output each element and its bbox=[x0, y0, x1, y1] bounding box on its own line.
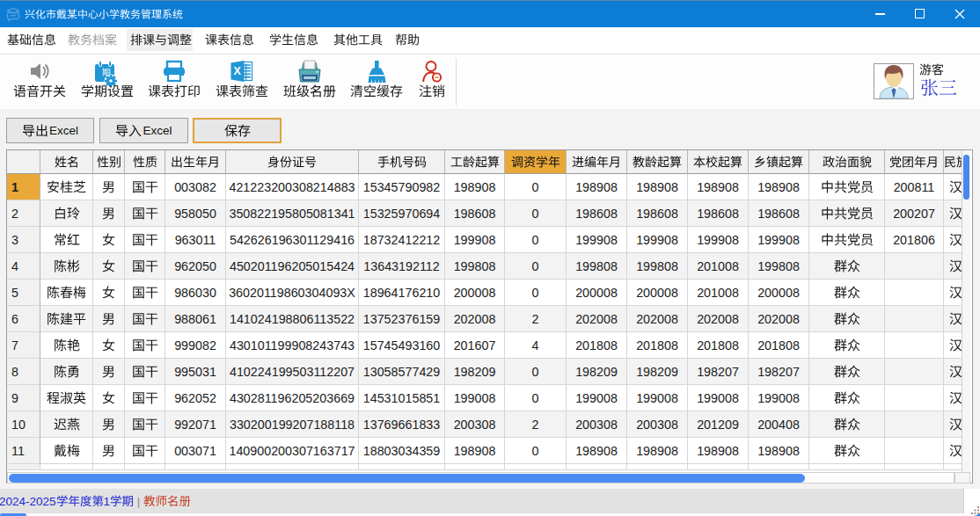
svg-text:X: X bbox=[234, 65, 242, 77]
